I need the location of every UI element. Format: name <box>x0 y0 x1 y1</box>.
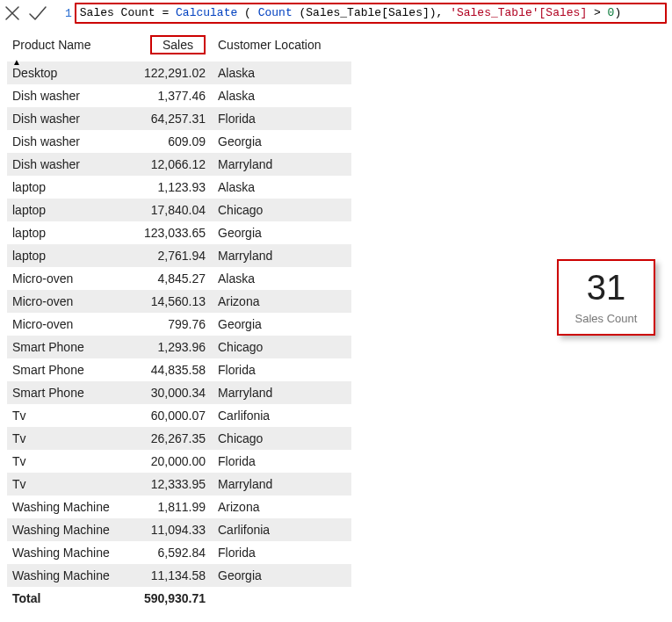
table-row[interactable]: Washing Machine11,134.58Georgia <box>7 564 351 587</box>
formula-token: ) <box>614 6 621 19</box>
cell-sales: 12,333.95 <box>125 477 211 491</box>
table-row[interactable]: laptop17,840.04Chicago <box>7 199 351 221</box>
formula-token: ), <box>430 6 450 19</box>
table-row[interactable]: laptop123,033.65Georgia <box>7 221 351 244</box>
table-row[interactable]: Tv60,000.07Carlifonia <box>7 404 351 427</box>
table-row[interactable]: Washing Machine11,094.33Carlifonia <box>7 518 351 541</box>
cell-product: laptop <box>7 249 125 263</box>
table-row[interactable]: Micro-oven14,560.13Arizona <box>7 290 351 313</box>
cell-sales: 44,835.58 <box>125 363 211 377</box>
table-row[interactable]: laptop2,761.94Marryland <box>7 244 351 267</box>
cell-product: Washing Machine <box>7 500 125 514</box>
cell-product: Dish washer <box>7 89 125 103</box>
formula-line-number: 1 <box>56 7 75 20</box>
cell-product: Tv <box>7 431 125 445</box>
cancel-icon[interactable] <box>4 4 21 22</box>
cell-location: Marryland <box>211 386 351 400</box>
cell-sales: 6,592.84 <box>125 546 211 560</box>
cell-product: Smart Phone <box>7 386 125 400</box>
cell-product: laptop <box>7 180 125 194</box>
cell-product: Dish washer <box>7 157 125 171</box>
table-row[interactable]: Dish washer1,377.46Alaska <box>7 84 351 107</box>
card-label: Sales Count <box>562 312 650 325</box>
cell-product: Desktop <box>7 66 125 80</box>
cell-sales: 12,066.12 <box>125 157 211 171</box>
formula-token: 'Sales_Table'[Sales] <box>450 6 587 19</box>
cell-location: Alaska <box>211 271 351 286</box>
sales-count-card[interactable]: 31 Sales Count <box>557 259 655 336</box>
cell-sales: 609.09 <box>125 134 211 148</box>
cell-sales: 64,257.31 <box>125 112 211 126</box>
cell-product: Dish washer <box>7 134 125 148</box>
formula-token: Count <box>258 6 300 19</box>
table-row[interactable]: Smart Phone30,000.34Marryland <box>7 381 351 404</box>
cell-sales: 4,845.27 <box>125 271 211 286</box>
cell-product: Dish washer <box>7 112 125 126</box>
cell-location: Alaska <box>211 180 351 194</box>
column-header-sales[interactable]: Sales <box>125 35 211 54</box>
cell-location: Marryland <box>211 157 351 171</box>
cell-location: Georgia <box>211 134 351 148</box>
cell-location: Chicago <box>211 431 351 445</box>
column-header-product-label: Product Name <box>12 38 90 52</box>
table-row[interactable]: Dish washer64,257.31Florida <box>7 107 351 130</box>
cell-location: Georgia <box>211 317 351 331</box>
cell-location: Marryland <box>211 249 351 263</box>
table-row[interactable]: Tv12,333.95Marryland <box>7 473 351 495</box>
column-header-location[interactable]: Customer Location <box>211 38 351 52</box>
cell-product: Smart Phone <box>7 340 125 354</box>
total-label: Total <box>7 591 125 605</box>
column-header-product[interactable]: Product Name ▲ <box>7 38 125 52</box>
cell-location: Chicago <box>211 340 351 354</box>
table-row[interactable]: Smart Phone1,293.96Chicago <box>7 336 351 358</box>
cell-location: Chicago <box>211 203 351 217</box>
table-row[interactable]: laptop1,123.93Alaska <box>7 176 351 199</box>
table-row[interactable]: Micro-oven4,845.27Alaska <box>7 267 351 290</box>
formula-token: ( <box>244 6 258 19</box>
cell-sales: 17,840.04 <box>125 203 211 217</box>
cell-sales: 11,134.58 <box>125 568 211 582</box>
table-row[interactable]: Tv20,000.00Florida <box>7 450 351 473</box>
cell-sales: 799.76 <box>125 317 211 331</box>
cell-sales: 20,000.00 <box>125 454 211 468</box>
table-row[interactable]: Washing Machine6,592.84Florida <box>7 541 351 564</box>
cell-sales: 26,267.35 <box>125 431 211 445</box>
cell-location: Florida <box>211 112 351 126</box>
formula-token: Sales Count <box>80 6 163 19</box>
total-value: 590,930.71 <box>125 591 211 605</box>
cell-product: Micro-oven <box>7 271 125 286</box>
table-row[interactable]: Dish washer609.09Georgia <box>7 130 351 153</box>
cell-location: Georgia <box>211 226 351 240</box>
cell-sales: 1,811.99 <box>125 500 211 514</box>
formula-token: > <box>587 6 607 19</box>
column-header-location-label: Customer Location <box>218 38 322 52</box>
cell-product: Washing Machine <box>7 568 125 582</box>
cell-sales: 1,123.93 <box>125 180 211 194</box>
cell-location: Alaska <box>211 66 351 80</box>
cell-product: Tv <box>7 409 125 423</box>
cell-product: laptop <box>7 203 125 217</box>
table-row[interactable]: Micro-oven799.76Georgia <box>7 313 351 336</box>
column-header-sales-label: Sales <box>150 35 206 54</box>
cell-location: Carlifonia <box>211 409 351 423</box>
table-row[interactable]: Tv26,267.35Chicago <box>7 427 351 450</box>
table-row[interactable]: Washing Machine1,811.99Arizona <box>7 495 351 518</box>
card-value: 31 <box>562 270 650 305</box>
cell-sales: 14,560.13 <box>125 294 211 308</box>
cell-product: Tv <box>7 477 125 491</box>
cell-location: Marryland <box>211 477 351 491</box>
cell-product: laptop <box>7 226 125 240</box>
cell-sales: 1,293.96 <box>125 340 211 354</box>
formula-token: Sales_Table[Sales] <box>306 6 429 19</box>
formula-token: Calculate <box>169 6 244 19</box>
table-row[interactable]: Desktop122,291.02Alaska <box>7 61 351 84</box>
cell-location: Arizona <box>211 294 351 308</box>
sort-ascending-icon: ▲ <box>12 57 21 67</box>
confirm-icon[interactable] <box>28 4 47 22</box>
table-row[interactable]: Dish washer12,066.12Marryland <box>7 153 351 176</box>
table-row[interactable]: Smart Phone44,835.58Florida <box>7 358 351 381</box>
formula-input[interactable]: Sales Count = Calculate ( Count (Sales_T… <box>75 3 667 24</box>
cell-location: Carlifonia <box>211 523 351 537</box>
cell-sales: 122,291.02 <box>125 66 211 80</box>
cell-location: Florida <box>211 454 351 468</box>
